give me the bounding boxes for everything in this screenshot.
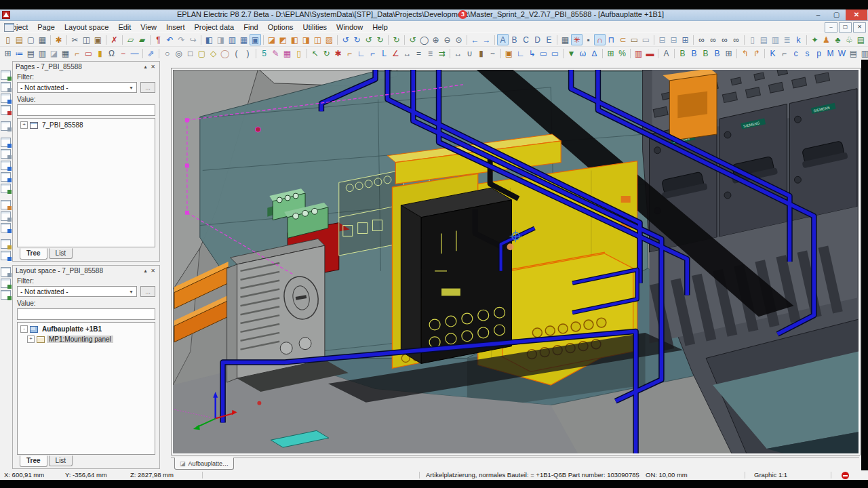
- scale-icon[interactable]: ⌐: [344, 47, 355, 59]
- pages-value-input[interactable]: [17, 104, 155, 116]
- tree-item-aufbauplatte[interactable]: - Aufbauplatte +1B1: [18, 324, 155, 334]
- omega-icon[interactable]: Ω: [106, 47, 117, 59]
- redo-icon[interactable]: ↷: [176, 34, 187, 45]
- pages-tab-list[interactable]: List: [49, 248, 73, 259]
- menu-find[interactable]: Find: [239, 22, 262, 32]
- w-tool-icon[interactable]: ω: [577, 47, 589, 59]
- view-cube-6-icon[interactable]: ▨: [323, 34, 335, 45]
- page-forward-icon[interactable]: →: [481, 34, 492, 45]
- grid-d-icon[interactable]: D: [532, 34, 543, 45]
- draw-rect-round-icon[interactable]: ▢: [196, 47, 208, 59]
- draw-circle-icon[interactable]: ○: [161, 47, 173, 59]
- snap-to-grid-icon[interactable]: ✳: [571, 34, 583, 45]
- view-cube-5-icon[interactable]: ◫: [312, 34, 323, 45]
- table-2-icon[interactable]: ▥: [37, 47, 48, 59]
- tree-structure-2-icon[interactable]: ♧: [844, 34, 855, 45]
- move-icon[interactable]: ↖: [309, 47, 321, 59]
- text-style-icon[interactable]: A: [660, 47, 672, 59]
- view-cube-3-icon[interactable]: ◧: [289, 34, 300, 45]
- draw-circle-2-icon[interactable]: ◎: [173, 47, 184, 59]
- letter-w-icon[interactable]: W: [836, 47, 848, 59]
- table-1-icon[interactable]: ▤: [25, 47, 37, 59]
- layout-navigator-icon[interactable]: [1, 223, 11, 232]
- blue-dash-icon[interactable]: —: [129, 47, 140, 59]
- ruler-icon[interactable]: ▮: [94, 47, 106, 59]
- forms-editor-icon[interactable]: ⊞: [2, 47, 14, 59]
- navigator-diamond-icon[interactable]: ✦: [809, 34, 821, 45]
- mirror-icon[interactable]: ✱: [332, 47, 344, 59]
- table-pink-icon[interactable]: ▦: [281, 47, 293, 59]
- paste-icon[interactable]: ▣: [92, 34, 104, 45]
- menu-insert[interactable]: Insert: [161, 22, 190, 32]
- macro-bd-icon[interactable]: B: [711, 47, 723, 59]
- pages-filter-browse-button[interactable]: ...: [140, 82, 155, 93]
- layout-panel-collapse-button[interactable]: ▴: [142, 268, 149, 274]
- red-minus-icon[interactable]: −: [117, 47, 129, 59]
- menu-project-data[interactable]: Project data: [190, 22, 239, 32]
- ramp-icon[interactable]: ∆: [589, 47, 600, 59]
- copy-icon[interactable]: ◫: [81, 34, 92, 45]
- corner-3-icon[interactable]: L: [378, 47, 390, 59]
- layout-tab-tree[interactable]: Tree: [20, 455, 47, 467]
- copy-format-icon[interactable]: ▱: [125, 34, 136, 45]
- draw-rect-icon[interactable]: □: [184, 47, 196, 59]
- 3d-viewport[interactable]: SIEMENS SIEMENS SIEMENS: [171, 68, 861, 455]
- rotate-view-2-icon[interactable]: ↻: [351, 34, 363, 45]
- grid-edit-icon[interactable]: ▦: [60, 47, 71, 59]
- logic-mode-icon[interactable]: ⊓: [606, 34, 617, 45]
- bom-navigator-icon[interactable]: [1, 211, 11, 221]
- pages-tab-tree[interactable]: Tree: [20, 248, 47, 260]
- zoom-in-icon[interactable]: ⊕: [430, 34, 441, 45]
- menu-help[interactable]: Help: [368, 22, 393, 32]
- menu-page[interactable]: Page: [33, 22, 60, 32]
- zoom-rotate-icon[interactable]: ↺: [407, 34, 418, 45]
- list-editor-icon[interactable]: ≔: [14, 47, 25, 59]
- rect-dashed-1-icon[interactable]: ▭: [538, 47, 549, 59]
- grid-a-icon[interactable]: A: [497, 34, 509, 45]
- report-page-icon[interactable]: ▤: [855, 34, 867, 45]
- align-2-icon[interactable]: ⊟: [668, 34, 679, 45]
- macro-navigator-icon[interactable]: [1, 184, 11, 193]
- rotate-icon[interactable]: ↻: [321, 47, 332, 59]
- page-title-icon[interactable]: ▤: [758, 34, 770, 45]
- zoom-all-icon[interactable]: ⊙: [453, 34, 465, 45]
- device-icon[interactable]: ♟: [821, 34, 832, 45]
- layout-value-input[interactable]: [17, 308, 155, 320]
- layout-tab-list[interactable]: List: [49, 455, 73, 466]
- macro-bs-icon[interactable]: B: [677, 47, 688, 59]
- grid-percent-icon[interactable]: %: [616, 47, 628, 59]
- graphic-navigator-icon[interactable]: [1, 70, 11, 80]
- page-blank-icon[interactable]: ▯: [747, 34, 758, 45]
- snap-point-icon[interactable]: ▪: [583, 34, 594, 45]
- menu-view[interactable]: View: [136, 22, 161, 32]
- path-2-icon[interactable]: ↳: [526, 47, 538, 59]
- draw-polygon-icon[interactable]: ◇: [208, 47, 219, 59]
- letter-p-icon[interactable]: p: [813, 47, 825, 59]
- tree-structure-1-icon[interactable]: ♣: [832, 34, 844, 45]
- letter-k-icon[interactable]: K: [767, 47, 778, 59]
- cut-icon[interactable]: ✂: [69, 34, 81, 45]
- red-box-icon[interactable]: ▭: [83, 47, 94, 59]
- jump-ox-icon[interactable]: ↱: [751, 47, 762, 59]
- symbol-navigator-icon[interactable]: [1, 121, 11, 131]
- viewport-tab-aufbauplatte[interactable]: ◪ Aufbauplatte…: [174, 458, 234, 470]
- revision-navigator-icon[interactable]: [1, 279, 11, 288]
- equal-icon[interactable]: =: [413, 47, 425, 59]
- dim-tool-icon[interactable]: 5: [258, 47, 270, 59]
- device-navigator-icon[interactable]: [1, 172, 11, 182]
- undo-list-icon[interactable]: ↪: [187, 34, 199, 45]
- layout-filter-dropdown[interactable]: - Not activated - ▼: [17, 286, 137, 297]
- undo-icon[interactable]: ↶: [164, 34, 176, 45]
- table-end-1-icon[interactable]: ▤: [848, 47, 859, 59]
- restore-button[interactable]: ▢: [827, 9, 846, 20]
- expander-icon[interactable]: -: [20, 325, 28, 333]
- insert-marker-icon[interactable]: ¶: [153, 34, 164, 45]
- assign-format-icon[interactable]: ▰: [136, 34, 148, 45]
- design-mode-icon[interactable]: ∩: [594, 34, 606, 45]
- refresh-icon[interactable]: ↻: [391, 34, 402, 45]
- screen-red-icon[interactable]: ▥: [633, 47, 644, 59]
- minimize-button[interactable]: –: [809, 9, 827, 20]
- draw-arc-2-icon[interactable]: ): [242, 47, 254, 59]
- cable-navigator-icon[interactable]: [1, 149, 11, 159]
- table-end-2-icon[interactable]: ▥: [859, 47, 868, 59]
